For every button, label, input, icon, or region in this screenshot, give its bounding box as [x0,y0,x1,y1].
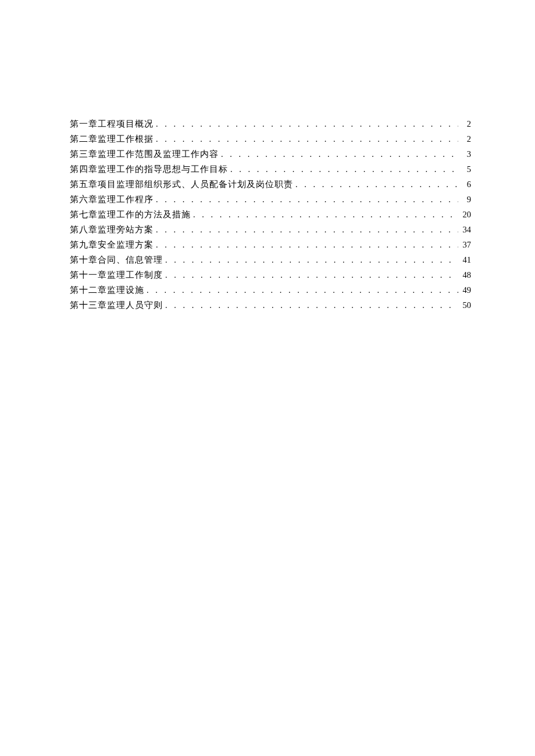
toc-entry: 第二章监理工作根据2 [70,131,471,146]
toc-entry: 第九章安全监理方案37 [70,237,471,252]
toc-title: 第三章监理工作范围及监理工作内容 [70,146,219,162]
toc-leader [156,131,458,146]
toc-page-number: 41 [461,252,471,267]
toc-leader [156,222,458,237]
toc-leader [156,237,458,252]
toc-title: 第八章监理旁站方案 [70,222,154,237]
toc-leader [165,298,458,313]
toc-leader [295,177,458,192]
toc-entry: 第十章合同、信息管理41 [70,252,471,267]
toc-leader [156,192,458,207]
toc-entry: 第六章监理工作程序9 [70,192,471,207]
toc-page-number: 6 [461,177,471,192]
document-page: 第一章工程项目概况2第二章监理工作根据2第三章监理工作范围及监理工作内容3第四章… [0,0,535,756]
toc-entry: 第十二章监理设施49 [70,282,471,298]
toc-title: 第七章监理工作的方法及措施 [70,207,191,222]
toc-leader [230,162,458,177]
toc-leader [221,146,458,162]
toc-title: 第二章监理工作根据 [70,131,154,146]
toc-page-number: 49 [461,282,471,298]
toc-leader [156,116,458,131]
toc-page-number: 20 [461,207,471,222]
table-of-contents: 第一章工程项目概况2第二章监理工作根据2第三章监理工作范围及监理工作内容3第四章… [70,116,471,313]
toc-page-number: 50 [461,298,471,313]
toc-page-number: 3 [461,146,471,162]
toc-title: 第十二章监理设施 [70,282,144,298]
toc-leader [165,252,458,267]
toc-page-number: 34 [461,222,471,237]
toc-title: 第四章监理工作的指导思想与工作目标 [70,162,228,177]
toc-page-number: 37 [461,237,471,252]
toc-entry: 第十三章监理人员守则50 [70,298,471,313]
toc-entry: 第十一章监理工作制度48 [70,267,471,282]
toc-page-number: 2 [461,116,471,131]
toc-leader [147,282,458,298]
toc-page-number: 48 [461,267,471,282]
toc-page-number: 9 [461,192,471,207]
toc-title: 第十一章监理工作制度 [70,267,163,282]
toc-leader [193,207,458,222]
toc-leader [165,267,458,282]
toc-title: 第六章监理工作程序 [70,192,154,207]
toc-entry: 第一章工程项目概况2 [70,116,471,131]
toc-title: 第十三章监理人员守则 [70,298,163,313]
toc-entry: 第五章项目监理部组织形式、人员配备计划及岗位职责6 [70,177,471,192]
toc-entry: 第四章监理工作的指导思想与工作目标5 [70,162,471,177]
toc-title: 第十章合同、信息管理 [70,252,163,267]
toc-title: 第五章项目监理部组织形式、人员配备计划及岗位职责 [70,177,293,192]
toc-page-number: 2 [461,131,471,146]
toc-entry: 第三章监理工作范围及监理工作内容3 [70,146,471,162]
toc-title: 第一章工程项目概况 [70,116,154,131]
toc-title: 第九章安全监理方案 [70,237,154,252]
toc-entry: 第八章监理旁站方案34 [70,222,471,237]
toc-page-number: 5 [461,162,471,177]
toc-entry: 第七章监理工作的方法及措施20 [70,207,471,222]
